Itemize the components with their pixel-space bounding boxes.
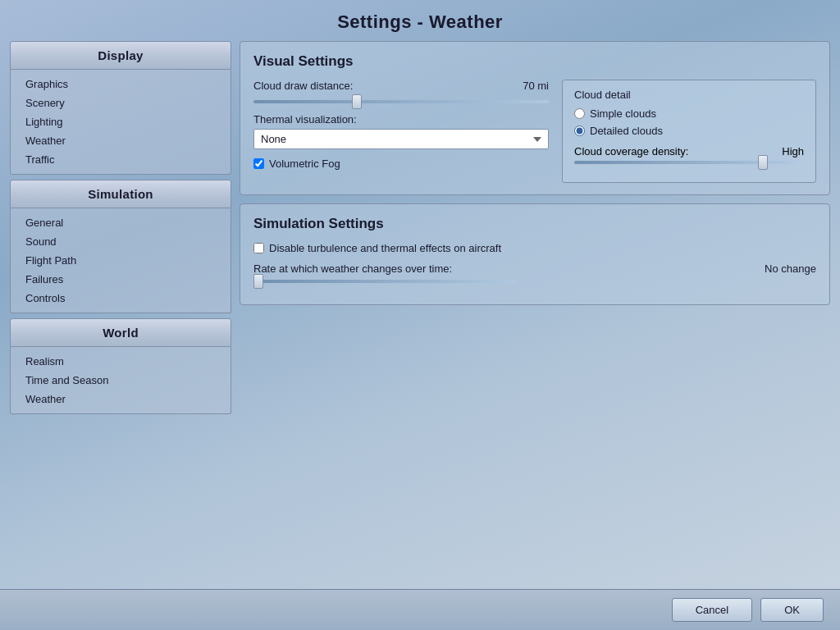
sidebar-item-time-season[interactable]: Time and Season (11, 371, 231, 390)
simulation-settings-panel: Simulation Settings Disable turbulence a… (240, 203, 830, 305)
sidebar-item-realism[interactable]: Realism (11, 352, 231, 371)
sidebar-header-display[interactable]: Display (10, 41, 231, 70)
sidebar: Display Graphics Scenery Lighting Weathe… (10, 41, 231, 584)
visual-settings-panel: Visual Settings Cloud draw distance: 70 … (240, 41, 830, 195)
content-area: Visual Settings Cloud draw distance: 70 … (240, 41, 830, 584)
ok-button[interactable]: OK (760, 598, 824, 622)
sidebar-header-world[interactable]: World (10, 318, 231, 347)
cloud-draw-slider-container (253, 100, 549, 103)
detailed-clouds-label: Detailed clouds (590, 125, 663, 137)
sidebar-section-simulation: Simulation General Sound Flight Path Fai… (10, 180, 231, 313)
page-title: Settings - Weather (0, 0, 840, 41)
sidebar-item-traffic[interactable]: Traffic (11, 150, 231, 169)
simulation-settings-title: Simulation Settings (253, 216, 816, 232)
sidebar-item-lighting[interactable]: Lighting (11, 112, 231, 131)
sidebar-item-weather[interactable]: Weather (11, 131, 231, 150)
density-slider-thumb[interactable] (758, 155, 768, 170)
bottom-bar: Cancel OK (0, 589, 840, 630)
sidebar-item-flight-path[interactable]: Flight Path (11, 251, 231, 270)
detailed-clouds-radio[interactable] (574, 126, 585, 136)
weather-change-rate-label: Rate at which weather changes over time: (253, 262, 760, 275)
cloud-detail-title: Cloud detail (574, 89, 804, 101)
visual-settings-left: Cloud draw distance: 70 mi Thermal visua… (253, 80, 562, 183)
sidebar-item-graphics[interactable]: Graphics (11, 75, 231, 94)
weather-change-slider-container (253, 280, 816, 283)
simple-clouds-label: Simple clouds (590, 107, 656, 120)
sidebar-item-controls[interactable]: Controls (11, 289, 231, 308)
sidebar-item-sound[interactable]: Sound (11, 232, 231, 251)
density-slider-container (574, 161, 804, 164)
cloud-draw-distance-value: 70 mi (508, 80, 549, 92)
thermal-viz-dropdown[interactable]: None Columns Full (253, 129, 549, 149)
sidebar-item-weather-world[interactable]: Weather (11, 390, 231, 409)
volumetric-fog-checkbox[interactable] (253, 158, 264, 169)
weather-change-rate-value: No change (765, 262, 816, 275)
sidebar-item-failures[interactable]: Failures (11, 270, 231, 289)
disable-turbulence-label: Disable turbulence and thermal effects o… (269, 242, 501, 254)
cloud-draw-distance-label: Cloud draw distance: (253, 80, 508, 92)
thermal-viz-label: Thermal visualization: (253, 113, 549, 126)
visual-settings-title: Visual Settings (253, 53, 816, 70)
sidebar-header-simulation[interactable]: Simulation (10, 180, 231, 208)
sidebar-item-scenery[interactable]: Scenery (11, 94, 231, 112)
simple-clouds-radio[interactable] (574, 108, 585, 119)
volumetric-fog-label: Volumetric Fog (269, 158, 340, 170)
sidebar-section-display: Display Graphics Scenery Lighting Weathe… (10, 41, 231, 175)
sidebar-section-world: World Realism Time and Season Weather (10, 318, 231, 414)
sidebar-item-general[interactable]: General (11, 213, 231, 232)
cloud-coverage-density-label: Cloud coverage density: (574, 145, 688, 158)
disable-turbulence-checkbox[interactable] (253, 243, 264, 253)
cancel-button[interactable]: Cancel (672, 598, 752, 622)
cloud-detail-panel: Cloud detail Simple clouds Detailed clou… (562, 80, 816, 183)
weather-change-slider-thumb[interactable] (253, 274, 263, 289)
cloud-draw-slider-thumb[interactable] (352, 94, 362, 109)
cloud-coverage-density-value: High (782, 145, 804, 158)
